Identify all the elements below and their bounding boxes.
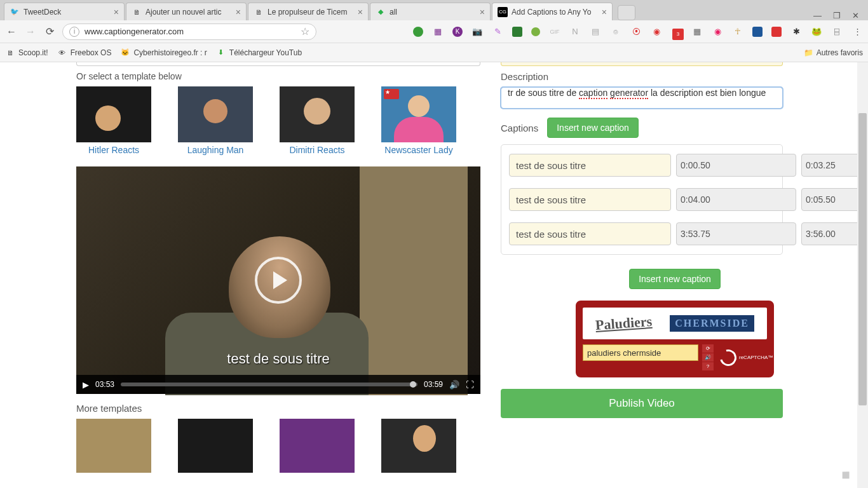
extension-icon[interactable]: ⬚3: [671, 26, 682, 37]
extension-icon[interactable]: [512, 27, 522, 37]
insert-button-wrap: Insert new caption: [501, 269, 849, 289]
video-subtitle: test de sous titre: [227, 351, 329, 367]
close-icon[interactable]: ×: [114, 7, 119, 17]
address-bar[interactable]: i www.captiongenerator.com ☆: [62, 24, 316, 40]
browser-tab[interactable]: ◆ all ×: [370, 3, 491, 20]
extension-icon[interactable]: 📷: [471, 26, 483, 37]
template-name: Laughing Man: [178, 145, 253, 155]
maximize-icon[interactable]: ❐: [833, 11, 841, 20]
close-window-icon[interactable]: ✕: [852, 11, 859, 20]
extension-icon[interactable]: K: [452, 27, 463, 37]
minimize-icon[interactable]: —: [813, 11, 822, 20]
fullscreen-icon[interactable]: ⛶: [466, 380, 474, 390]
description-value: tr de sous titre de caption generator la…: [508, 88, 766, 99]
publish-button[interactable]: Publish Video: [501, 389, 783, 418]
video-controls: ▶ 03:53 03:59 🔊 ⛶: [76, 375, 480, 394]
captcha-input[interactable]: [583, 344, 698, 361]
browser-tab-active[interactable]: CG Add Captions to Any Yo ×: [492, 3, 613, 20]
template-thumb[interactable]: [178, 419, 253, 473]
captcha-image: Paludiers CHERMSIDE: [583, 308, 767, 339]
captcha-help-icon[interactable]: ?: [702, 362, 714, 370]
seek-bar[interactable]: [121, 383, 417, 386]
extension-icon[interactable]: ✎: [492, 26, 503, 37]
extension-icon[interactable]: GIF: [549, 26, 560, 37]
extension-icon[interactable]: ▦: [691, 26, 703, 37]
more-templates-row: [76, 419, 501, 473]
template-name: Dimitri Reacts: [280, 145, 355, 155]
volume-icon[interactable]: 🔊: [449, 380, 459, 390]
extension-icon[interactable]: [752, 27, 763, 37]
extension-icon[interactable]: N: [569, 26, 581, 37]
browser-tab[interactable]: 🗎 Le propulseur de Ticem ×: [248, 3, 369, 20]
captcha-buttons: ⟳ 🔊 ?: [702, 344, 714, 370]
extension-icon[interactable]: 🐸: [811, 26, 822, 37]
extension-icon[interactable]: ☥: [732, 26, 743, 37]
template-row: Hitler Reacts Laughing Man Dimitri React…: [76, 86, 501, 155]
extension-icon[interactable]: ◉: [651, 26, 662, 37]
description-input[interactable]: tr de sous titre de caption generator la…: [501, 87, 783, 109]
template-thumb[interactable]: [76, 419, 151, 473]
close-icon[interactable]: ×: [602, 7, 607, 17]
bookmark-label: Téléchargeur YouTub: [229, 48, 302, 57]
video-url-input[interactable]: [76, 62, 480, 66]
template-thumb[interactable]: [280, 419, 355, 473]
title-input[interactable]: [501, 62, 783, 66]
reload-button[interactable]: ⟳: [43, 25, 56, 38]
window-controls: — ❐ ✕: [813, 11, 868, 20]
star-icon[interactable]: ☆: [301, 25, 309, 37]
caption-text-input[interactable]: [509, 154, 671, 177]
extension-icon[interactable]: [531, 27, 540, 36]
template-thumb[interactable]: [381, 419, 456, 473]
play-icon[interactable]: ▶: [83, 380, 89, 390]
close-icon[interactable]: ×: [236, 7, 241, 17]
bookmark-item[interactable]: 🗎Scoop.it!: [5, 48, 48, 58]
bookmark-item[interactable]: 🐱Cyberhistoiregeo.fr : r: [120, 48, 207, 58]
insert-caption-button-bottom[interactable]: Insert new caption: [629, 269, 721, 289]
captcha-refresh-icon[interactable]: ⟳: [702, 344, 714, 353]
extension-icon[interactable]: ✱: [790, 26, 802, 37]
extension-icon[interactable]: ▤: [590, 26, 601, 37]
caption-start-input[interactable]: [676, 222, 796, 245]
new-tab-button[interactable]: [618, 5, 635, 20]
caption-start-input[interactable]: [676, 188, 796, 211]
extension-icon[interactable]: ⌾: [610, 26, 621, 37]
bookmark-label: Freebox OS: [71, 48, 112, 57]
bookmark-icon: 👁: [57, 48, 67, 58]
captcha-audio-icon[interactable]: 🔊: [702, 353, 714, 362]
extension-icon[interactable]: ◉: [712, 26, 723, 37]
caption-start-input[interactable]: [676, 154, 796, 177]
menu-icon[interactable]: ⋮: [851, 26, 863, 37]
tab-title: TweetDeck: [24, 8, 110, 17]
extension-icon[interactable]: ▦: [432, 26, 444, 37]
browser-tab[interactable]: 🗎 Ajouter un nouvel artic ×: [126, 3, 247, 20]
bookmark-item[interactable]: ⬇Téléchargeur YouTub: [216, 48, 302, 58]
forward-button[interactable]: →: [24, 25, 37, 38]
caption-text-input[interactable]: [509, 188, 671, 211]
insert-caption-button[interactable]: Insert new caption: [547, 118, 639, 138]
cast-icon[interactable]: ⌸: [831, 26, 843, 37]
scrollbar-track[interactable]: [857, 62, 868, 488]
close-icon[interactable]: ×: [480, 7, 485, 17]
extension-icon[interactable]: ⦿: [630, 26, 642, 37]
page-content: Or select a template below Hitler Reacts…: [0, 62, 868, 488]
folder-icon: 📁: [804, 48, 813, 57]
play-button[interactable]: [255, 257, 302, 304]
bookmark-label: Autres favoris: [817, 48, 863, 57]
close-icon[interactable]: ×: [358, 7, 363, 17]
scrollbar-thumb[interactable]: [858, 113, 867, 405]
other-bookmarks[interactable]: 📁Autres favoris: [804, 48, 863, 57]
extension-icon[interactable]: [413, 27, 423, 37]
template-item[interactable]: Dimitri Reacts: [280, 86, 355, 155]
caption-row: ×: [509, 154, 775, 177]
video-player[interactable]: test de sous titre ▶ 03:53 03:59 🔊 ⛶: [76, 166, 480, 394]
captcha-word: Paludiers: [595, 313, 653, 334]
extension-icon[interactable]: [771, 27, 782, 37]
template-item[interactable]: Hitler Reacts: [76, 86, 151, 155]
template-item[interactable]: Laughing Man: [178, 86, 253, 155]
browser-tab[interactable]: 🐦 TweetDeck ×: [4, 3, 125, 20]
caption-text-input[interactable]: [509, 222, 671, 245]
template-item[interactable]: Newscaster Lady: [381, 86, 456, 155]
back-button[interactable]: ←: [5, 25, 18, 38]
info-icon[interactable]: i: [69, 27, 79, 37]
bookmark-item[interactable]: 👁Freebox OS: [57, 48, 112, 58]
